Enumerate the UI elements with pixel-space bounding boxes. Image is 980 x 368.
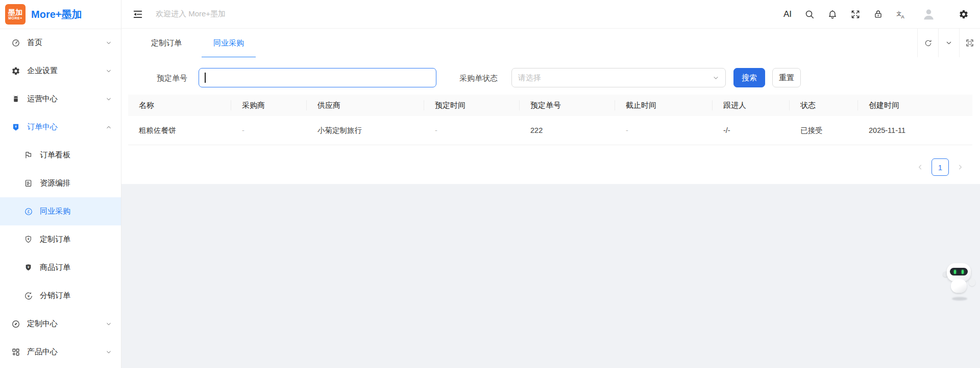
search-button[interactable]: 搜索 (733, 68, 765, 87)
pagination: 1 (917, 158, 964, 176)
sidebar-item-customization-center[interactable]: 定制中心 (0, 310, 121, 338)
gear-icon[interactable] (959, 9, 969, 19)
sidebar-item-enterprise-settings[interactable]: 企业设置 (0, 57, 121, 85)
prev-page-icon[interactable] (917, 164, 924, 171)
welcome-text: 欢迎进入 More+墨加 (156, 9, 783, 19)
column-header-created-time: 创建时间 (858, 95, 972, 116)
refresh-icon[interactable] (917, 29, 938, 57)
column-header-booking-time: 预定时间 (424, 95, 520, 116)
compass-icon (11, 319, 20, 329)
status-label: 采购单状态 (447, 68, 498, 88)
android-icon (11, 94, 20, 104)
tab-custom-orders[interactable]: 定制订单 (135, 29, 198, 57)
sidebar-item-product-orders[interactable]: ¥ 商品订单 (0, 254, 121, 282)
chevron-down-icon (106, 40, 112, 46)
ai-assistant-button[interactable]: AI (783, 9, 792, 19)
topbar-actions: AI 文A (783, 7, 969, 21)
translate-icon[interactable]: 文A (896, 9, 906, 19)
cell-buyer: - (231, 116, 307, 145)
brand-logo-text-cn: 墨加 (8, 9, 22, 16)
order-badge-icon: ¥ (11, 122, 20, 132)
shield-yuan-icon: ¥ (23, 235, 33, 244)
cell-follower: -/- (713, 116, 790, 145)
sidebar-item-peer-procurement[interactable]: £ 同业采购 (0, 197, 121, 225)
sidebar-item-distribution-orders[interactable]: ¥ 分销订单 (0, 282, 121, 310)
sidebar-menu: 首页 企业设置 运营中心 ¥ 订单中心 订单看板 资源编排 £ 同业采购 (0, 29, 121, 366)
tabbar: 定制订单 同业采购 (121, 29, 980, 58)
column-header-name: 名称 (128, 95, 231, 116)
sidebar-item-label: 分销订单 (40, 291, 112, 301)
topbar: 欢迎进入 More+墨加 AI 文A (121, 0, 980, 29)
cell-created-time: 2025-11-11 (858, 116, 972, 145)
cell-deadline: - (615, 116, 713, 145)
sidebar: 墨加 MORE+ More+墨加 首页 企业设置 运营中心 ¥ 订单中心 订单看… (0, 0, 121, 368)
status-select[interactable]: 请选择 (511, 68, 726, 87)
brand-logo-text-en: MORE+ (8, 16, 22, 20)
sidebar-item-order-board[interactable]: 订单看板 (0, 141, 121, 169)
currency-circle-icon: £ (23, 206, 33, 216)
gear-icon (11, 66, 20, 76)
table-header-row: 名称 采购商 供应商 预定时间 预定单号 截止时间 跟进人 状态 创建时间 (128, 95, 972, 116)
sidebar-item-label: 产品中心 (27, 347, 106, 357)
bell-icon[interactable] (827, 9, 838, 19)
assistant-robot[interactable] (942, 263, 977, 301)
sidebar-item-label: 定制订单 (40, 235, 112, 244)
column-header-status: 状态 (790, 95, 858, 116)
brand-logo: 墨加 MORE+ (5, 4, 26, 25)
next-page-icon[interactable] (957, 164, 964, 171)
robot-eye (954, 270, 956, 274)
search-icon[interactable] (804, 9, 815, 19)
sidebar-item-label: 定制中心 (27, 319, 106, 329)
booking-no-input[interactable] (206, 74, 431, 82)
column-header-supplier: 供应商 (307, 95, 424, 116)
collapse-sidebar-icon[interactable] (132, 9, 143, 20)
column-header-buyer: 采购商 (231, 95, 307, 116)
sidebar-item-order-center[interactable]: ¥ 订单中心 (0, 113, 121, 141)
document-icon (23, 178, 33, 188)
status-select-placeholder: 请选择 (518, 73, 713, 83)
robot-eye (962, 270, 964, 274)
page-number[interactable]: 1 (932, 158, 949, 176)
product-grid-icon (11, 347, 20, 357)
chevron-down-icon (106, 321, 112, 327)
column-header-follower: 跟进人 (713, 95, 790, 116)
sidebar-item-label: 运营中心 (27, 94, 106, 104)
sidebar-item-operation-center[interactable]: 运营中心 (0, 85, 121, 113)
chevron-down-icon (713, 75, 719, 81)
fullscreen-icon[interactable] (850, 9, 861, 19)
reset-button[interactable]: 重置 (772, 68, 801, 87)
svg-text:¥: ¥ (28, 265, 30, 269)
svg-text:£: £ (27, 210, 30, 214)
sidebar-item-label: 商品订单 (40, 263, 112, 272)
sidebar-item-label: 同业采购 (40, 206, 112, 216)
cell-status: 已接受 (790, 116, 858, 145)
table-row: 粗粮佐餐饼 - 小菊定制旅行 - 222 - -/- 已接受 2025-11-1… (128, 116, 972, 145)
chevron-up-icon (106, 124, 112, 130)
chevron-down-icon[interactable] (938, 29, 959, 57)
tab-peer-procurement[interactable]: 同业采购 (198, 29, 260, 57)
cell-supplier: 小菊定制旅行 (307, 116, 424, 145)
robot-visor (950, 268, 968, 275)
sidebar-item-label: 首页 (27, 38, 106, 48)
brand-header: 墨加 MORE+ More+墨加 (0, 0, 121, 29)
sidebar-item-resource-orchestration[interactable]: 资源编排 (0, 169, 121, 197)
chevron-down-icon (106, 349, 112, 355)
svg-text:¥: ¥ (27, 294, 30, 298)
sidebar-item-label: 企业设置 (27, 66, 106, 76)
chevron-down-icon (106, 68, 112, 74)
tabbar-actions (917, 29, 980, 57)
maximize-icon[interactable] (959, 29, 980, 57)
content-card: 预定单号 采购单状态 请选择 搜索 重置 名称 采购商 供应商 预定时间 预定单… (121, 57, 980, 184)
sidebar-item-product-center[interactable]: 产品中心 (0, 338, 121, 366)
flag-icon (23, 150, 33, 160)
lock-icon[interactable] (873, 9, 883, 19)
distribute-circle-icon: ¥ (23, 291, 33, 301)
robot-arm (969, 279, 975, 286)
column-header-deadline: 截止时间 (615, 95, 713, 116)
sidebar-item-home[interactable]: 首页 (0, 29, 121, 57)
sidebar-item-custom-orders[interactable]: ¥ 定制订单 (0, 225, 121, 254)
avatar[interactable] (922, 7, 936, 21)
chevron-down-icon (106, 96, 112, 102)
sidebar-item-label: 订单看板 (40, 150, 112, 160)
booking-no-label: 预定单号 (136, 68, 187, 88)
